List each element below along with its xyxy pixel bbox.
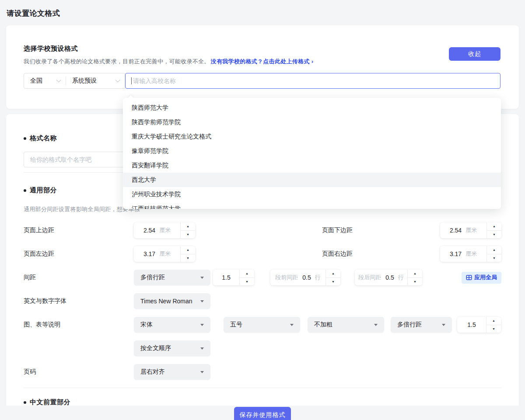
caption-size-value: 五号	[230, 321, 242, 329]
page-number-label: 页码	[24, 368, 134, 376]
line-spacing-value: 多倍行距	[140, 274, 165, 281]
chevron-down-icon	[374, 324, 378, 326]
margin-left-stepper: 3.17 厘米 ▲ ▼	[134, 246, 195, 262]
margin-right-label: 页面右边距	[322, 250, 432, 258]
apply-global-label: 应用全局	[474, 274, 497, 281]
stepper-down-button[interactable]: ▼	[181, 254, 195, 262]
stepper-down-button[interactable]: ▼	[487, 231, 501, 239]
caption-order-select[interactable]: 按全文顺序	[134, 340, 210, 356]
school-option-highlighted[interactable]: 西北大学	[123, 173, 501, 187]
stepper-up-button[interactable]: ▲	[240, 270, 254, 278]
stepper-up-button[interactable]: ▲	[326, 270, 340, 278]
line-spacing-value-area[interactable]: 1.5	[213, 270, 239, 285]
school-option[interactable]: 陕西学前师范学院	[123, 115, 501, 129]
school-dropdown-list: 陕西师范大学 陕西学前师范学院 重庆大学硕士研究生论文格式 豫章师范学院 西安翻…	[123, 98, 501, 209]
preset-type-select[interactable]: 系统预设	[66, 73, 125, 88]
margin-top-label: 页面上边距	[24, 226, 134, 234]
stepper-up-button[interactable]: ▲	[486, 317, 501, 325]
caption-weight-select[interactable]: 不加粗	[308, 317, 384, 333]
english-font-select[interactable]: Times New Roman	[134, 293, 210, 309]
school-picker-row: 全国 系统预设	[24, 73, 500, 89]
stepper-down-button[interactable]: ▼	[181, 231, 195, 239]
page-number-align-value: 居右对齐	[140, 368, 165, 376]
margin-row-top-bottom: 页面上边距 2.54 厘米 ▲ ▼ 页面下边距 2.54 厘米 ▲ ▼	[24, 222, 501, 238]
margin-left-value-area[interactable]: 3.17 厘米	[134, 246, 180, 262]
caption-font-select[interactable]: 宋体	[134, 317, 210, 333]
stepper-arrows: ▲ ▼	[180, 222, 195, 238]
school-search-input[interactable]	[125, 73, 500, 89]
chevron-down-icon	[200, 324, 204, 326]
collapse-button[interactable]: 收起	[449, 47, 500, 61]
chevron-down-icon	[200, 300, 204, 302]
caption-line-spacing-select[interactable]: 多倍行距	[391, 317, 452, 333]
margin-top-value: 2.54	[144, 227, 155, 234]
chevron-down-icon	[290, 324, 294, 326]
save-and-use-button[interactable]: 保存并使用格式	[234, 407, 291, 420]
stepper-down-button[interactable]: ▼	[486, 325, 501, 333]
stepper-up-button[interactable]: ▲	[487, 222, 501, 231]
margin-right-stepper: 3.17 厘米 ▲ ▼	[440, 246, 501, 262]
text-cursor	[131, 77, 132, 84]
apply-global-grid-icon	[466, 274, 472, 281]
english-font-label: 英文与数字字体	[24, 297, 134, 305]
stepper-up-button[interactable]: ▲	[181, 246, 195, 254]
school-option[interactable]: 陕西师范大学	[123, 101, 501, 115]
spacing-label: 间距	[24, 274, 134, 281]
line-spacing-number: 1.5	[222, 274, 230, 281]
school-option[interactable]: 西安翻译学院	[123, 158, 501, 173]
margin-bottom-value: 2.54	[450, 227, 462, 234]
region-select[interactable]: 全国	[24, 73, 66, 88]
stepper-down-button[interactable]: ▼	[240, 278, 254, 286]
space-after-value: 0.5	[385, 274, 394, 281]
margin-top-stepper: 2.54 厘米 ▲ ▼	[134, 222, 195, 238]
space-after-value-area[interactable]: 段后间距 0.5 行	[355, 270, 407, 285]
margin-right-value-area[interactable]: 3.17 厘米	[440, 246, 486, 262]
stepper-arrows: ▲ ▼	[180, 246, 195, 262]
upload-format-link[interactable]: 没有我学校的格式？点击此处上传格式	[211, 58, 310, 65]
caption-line-value-area[interactable]: 1.5	[457, 317, 486, 333]
stepper-up-button[interactable]: ▲	[487, 246, 501, 254]
chevron-down-icon	[115, 77, 120, 82]
region-select-value: 全国	[30, 77, 42, 85]
stepper-up-button[interactable]: ▲	[408, 270, 422, 278]
stepper-down-button[interactable]: ▼	[326, 278, 340, 286]
school-panel-title: 选择学校预设格式	[24, 45, 500, 53]
caption-line-number: 1.5	[467, 321, 476, 328]
school-option[interactable]: 江西科技师范大学	[123, 201, 501, 209]
caption-order-row: 按全文顺序	[24, 340, 501, 356]
common-section-label: 通用部分	[30, 186, 57, 194]
line-spacing-select[interactable]: 多倍行距	[134, 270, 210, 285]
page-number-align-select[interactable]: 居右对齐	[134, 364, 210, 380]
page-number-row: 页码 居右对齐	[24, 364, 501, 380]
stepper-arrows: ▲ ▼	[486, 246, 501, 262]
apply-global-button[interactable]: 应用全局	[462, 272, 501, 284]
margin-bottom-value-area[interactable]: 2.54 厘米	[440, 222, 486, 238]
stepper-down-button[interactable]: ▼	[408, 278, 422, 286]
space-after-label: 段后间距	[358, 274, 381, 281]
margin-bottom-stepper: 2.54 厘米 ▲ ▼	[440, 222, 501, 238]
caption-line-spacing-value: 多倍行距	[397, 321, 422, 329]
caption-weight-value: 不加粗	[314, 321, 332, 329]
school-option[interactable]: 重庆大学硕士研究生论文格式	[123, 129, 501, 144]
stepper-up-button[interactable]: ▲	[181, 222, 195, 231]
caption-line-spacing-stepper: 1.5 ▲ ▼	[457, 317, 501, 333]
stepper-arrows: ▲ ▼	[486, 317, 501, 333]
spacing-row: 间距 多倍行距 1.5 ▲ ▼ 段前间距 0.5 行 ▲ ▼	[24, 270, 501, 285]
school-option[interactable]: 豫章师范学院	[123, 144, 501, 158]
english-font-row: 英文与数字字体 Times New Roman	[24, 293, 501, 309]
stepper-arrows: ▲ ▼	[486, 222, 501, 238]
school-option[interactable]: 泸州职业技术学院	[123, 187, 501, 201]
margin-top-value-area[interactable]: 2.54 厘米	[134, 222, 180, 238]
space-before-value-area[interactable]: 段前间距 0.5 行	[270, 270, 326, 285]
caption-order-value: 按全文顺序	[140, 344, 171, 352]
space-before-stepper: 段前间距 0.5 行 ▲ ▼	[270, 270, 340, 285]
margin-left-value: 3.17	[144, 250, 155, 257]
page-title: 请设置论文格式	[0, 0, 525, 18]
stepper-arrows: ▲ ▼	[239, 270, 254, 285]
margin-right-unit: 厘米	[466, 250, 477, 258]
stepper-down-button[interactable]: ▼	[487, 254, 501, 262]
line-spacing-stepper: 1.5 ▲ ▼	[213, 270, 254, 285]
caption-row: 图、表等说明 宋体 五号 不加粗 多倍行距 1.5 ▲ ▼	[24, 317, 501, 333]
caption-size-select[interactable]: 五号	[224, 317, 300, 333]
margin-left-unit: 厘米	[159, 250, 171, 258]
